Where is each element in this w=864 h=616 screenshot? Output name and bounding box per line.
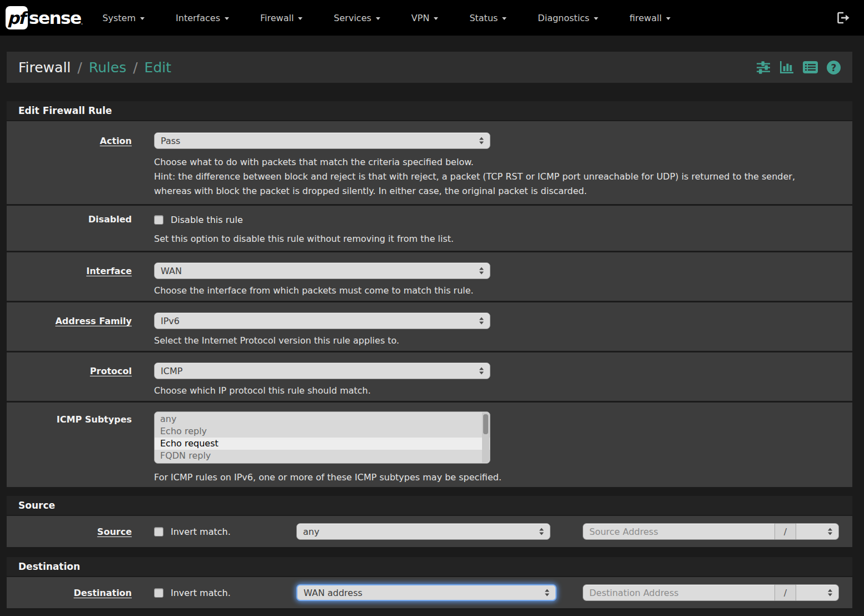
breadcrumb-actions: ? xyxy=(756,60,841,75)
nav-item-services[interactable]: Services xyxy=(318,13,395,23)
destination-address-group: / xyxy=(583,584,839,601)
nav-item-firewall-host[interactable]: firewall xyxy=(614,13,686,23)
address-family-label: Address Family xyxy=(7,312,132,348)
chevron-down-icon xyxy=(376,17,380,20)
disable-rule-checkbox[interactable] xyxy=(154,215,163,225)
select-arrows-icon xyxy=(545,589,549,597)
top-navbar: pf sense . System Interfaces Firewall Se… xyxy=(0,0,864,36)
select-arrows-icon xyxy=(479,367,484,375)
source-type-select[interactable]: any xyxy=(296,523,550,540)
destination-panel: Destination Destination Invert match. WA… xyxy=(7,557,852,608)
nav-menu: System Interfaces Firewall Services VPN … xyxy=(87,13,686,23)
mask-separator: / xyxy=(775,584,796,601)
nav-item-diagnostics[interactable]: Diagnostics xyxy=(522,13,614,23)
source-invert-match: Invert match. xyxy=(154,526,296,537)
chevron-down-icon xyxy=(298,17,302,20)
breadcrumb-rules-link[interactable]: Rules xyxy=(89,59,126,76)
destination-row: Destination Invert match. WAN address / xyxy=(7,577,852,608)
protocol-row: Protocol ICMP Choose which IP protocol t… xyxy=(7,351,852,401)
protocol-select[interactable]: ICMP xyxy=(154,362,490,379)
breadcrumb-separator: / xyxy=(77,59,82,76)
action-row: Action Pass Choose what to do with packe… xyxy=(7,121,852,204)
chevron-down-icon xyxy=(502,17,507,20)
icmp-option-any[interactable]: any xyxy=(155,413,490,425)
disabled-label: Disabled xyxy=(7,214,132,246)
svg-text:?: ? xyxy=(831,62,837,73)
pfsense-logo[interactable]: pf sense . xyxy=(6,6,83,29)
icmp-subtypes-help: For ICMP rules on IPv6, one or more of t… xyxy=(154,470,852,485)
action-label: Action xyxy=(7,132,132,198)
pfsense-logo-reg: . xyxy=(81,18,83,26)
panel-title: Destination xyxy=(7,557,852,577)
action-help-2: Hint: the difference between block and r… xyxy=(154,170,821,198)
protocol-help: Choose which IP protocol this rule shoul… xyxy=(154,384,852,398)
breadcrumb-bar: Firewall / Rules / Edit xyxy=(7,52,852,83)
icmp-subtypes-label: ICMP Subtypes xyxy=(7,411,132,485)
chevron-down-icon xyxy=(434,17,438,20)
chevron-down-icon xyxy=(225,17,229,20)
nav-item-interfaces[interactable]: Interfaces xyxy=(160,13,245,23)
icmp-subtypes-listbox[interactable]: any Echo reply Echo request FQDN reply xyxy=(154,411,490,464)
help-icon[interactable]: ? xyxy=(826,60,841,75)
bar-chart-icon[interactable] xyxy=(779,60,795,74)
icmp-option-fqdn-reply[interactable]: FQDN reply xyxy=(155,450,490,462)
action-select[interactable]: Pass xyxy=(154,132,490,149)
source-row: Source Invert match. any / xyxy=(7,516,852,547)
address-family-help: Select the Internet Protocol version thi… xyxy=(154,334,852,348)
panel-title: Source xyxy=(7,496,852,516)
interface-label: Interface xyxy=(7,262,132,298)
interface-row: Interface WAN Choose the interface from … xyxy=(7,251,852,301)
nav-item-vpn[interactable]: VPN xyxy=(396,13,454,23)
edit-firewall-rule-panel: Edit Firewall Rule Action Pass Choose wh… xyxy=(7,101,852,487)
chevron-down-icon xyxy=(594,17,598,20)
breadcrumb-edit: Edit xyxy=(145,59,171,76)
pfsense-logo-pf: pf xyxy=(6,6,28,29)
select-arrows-icon xyxy=(539,528,544,535)
nav-item-status[interactable]: Status xyxy=(454,13,522,23)
destination-type-select[interactable]: WAN address xyxy=(296,584,557,601)
disabled-row: Disabled Disable this rule Set this opti… xyxy=(7,204,852,251)
source-invert-label: Invert match. xyxy=(171,526,231,537)
breadcrumb-firewall: Firewall xyxy=(18,59,71,76)
panel-title: Edit Firewall Rule xyxy=(7,101,852,121)
select-arrows-icon xyxy=(828,589,832,597)
select-arrows-icon xyxy=(479,317,484,325)
select-arrows-icon xyxy=(828,528,832,535)
mask-separator: / xyxy=(775,523,796,540)
icmp-option-echo-request[interactable]: Echo request xyxy=(155,438,490,450)
list-icon[interactable] xyxy=(802,60,818,74)
sign-out-icon xyxy=(836,11,851,24)
nav-item-system[interactable]: System xyxy=(87,13,160,23)
destination-address-input[interactable] xyxy=(583,584,775,601)
listbox-scrollbar-thumb[interactable] xyxy=(483,414,488,434)
address-family-row: Address Family IPv6 Select the Internet … xyxy=(7,301,852,351)
pfsense-logo-sense: sense xyxy=(29,8,81,28)
address-family-select[interactable]: IPv6 xyxy=(154,312,490,329)
source-address-group: / xyxy=(583,523,839,540)
source-panel: Source Source Invert match. any / xyxy=(7,496,852,547)
disabled-help: Set this option to disable this rule wit… xyxy=(154,232,852,246)
protocol-label: Protocol xyxy=(7,362,132,398)
destination-label: Destination xyxy=(7,588,132,598)
source-label: Source xyxy=(7,526,132,537)
nav-item-firewall[interactable]: Firewall xyxy=(245,13,318,23)
destination-invert-label: Invert match. xyxy=(171,588,231,598)
action-help-1: Choose what to do with packets that matc… xyxy=(154,155,852,170)
source-invert-checkbox[interactable] xyxy=(154,527,163,536)
destination-invert-match: Invert match. xyxy=(154,588,296,598)
destination-invert-checkbox[interactable] xyxy=(154,588,163,598)
breadcrumb-separator: / xyxy=(133,59,137,76)
chevron-down-icon xyxy=(666,17,671,20)
disable-rule-checkbox-label: Disable this rule xyxy=(171,215,243,225)
source-address-input[interactable] xyxy=(583,523,775,540)
logout-button[interactable] xyxy=(836,11,851,24)
select-arrows-icon xyxy=(479,267,484,275)
icmp-subtypes-row: ICMP Subtypes any Echo reply Echo reques… xyxy=(7,401,852,487)
sliders-icon[interactable] xyxy=(756,60,771,74)
source-mask-select[interactable] xyxy=(796,523,839,540)
icmp-option-echo-reply[interactable]: Echo reply xyxy=(155,425,490,438)
destination-mask-select[interactable] xyxy=(796,584,839,601)
interface-select[interactable]: WAN xyxy=(154,262,490,279)
chevron-down-icon xyxy=(140,17,145,20)
select-arrows-icon xyxy=(479,137,484,145)
